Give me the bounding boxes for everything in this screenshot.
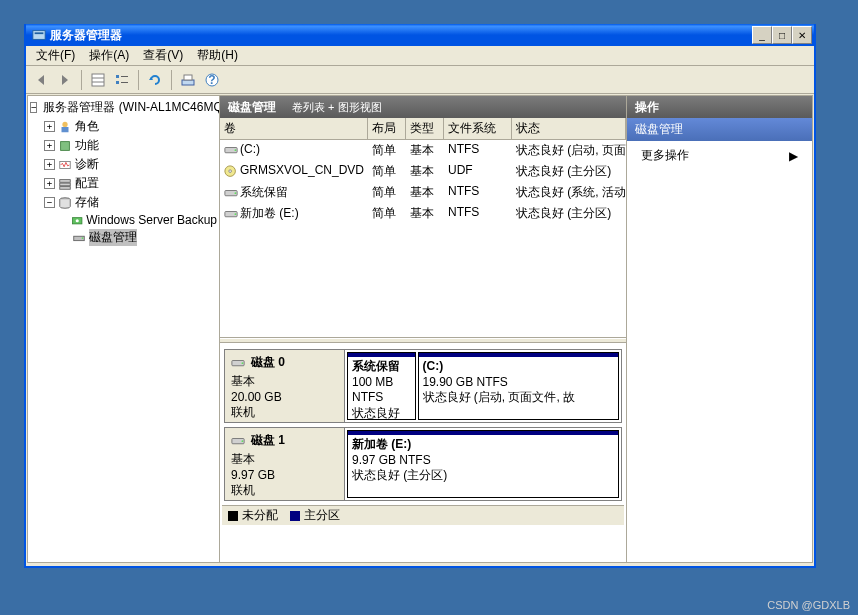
svg-point-38 — [242, 440, 244, 442]
separator — [81, 70, 82, 90]
volume-row[interactable]: GRMSXVOL_CN_DVD (D:)简单基本UDF状态良好 (主分区) — [220, 161, 626, 182]
col-fs[interactable]: 文件系统 — [444, 118, 512, 139]
toolbar-button-3[interactable] — [177, 69, 199, 91]
tree-storage[interactable]: − 存储 — [30, 193, 217, 212]
maximize-button[interactable]: □ — [772, 26, 792, 44]
help-button[interactable]: ? — [201, 69, 223, 91]
tree-diagnostics[interactable]: + 诊断 — [30, 155, 217, 174]
volume-row[interactable]: 新加卷 (E:)简单基本NTFS状态良好 (主分区) — [220, 203, 626, 224]
svg-rect-19 — [60, 179, 71, 182]
view-icon — [180, 72, 196, 88]
svg-point-32 — [235, 192, 237, 194]
partition[interactable]: 新加卷 (E:)9.97 GB NTFS状态良好 (主分区) — [347, 430, 619, 498]
app-icon — [32, 28, 46, 42]
features-icon — [58, 139, 72, 153]
detail-subtitle: 卷列表 + 图形视图 — [292, 100, 382, 115]
svg-rect-6 — [121, 76, 128, 77]
help-icon: ? — [204, 72, 220, 88]
svg-rect-11 — [184, 75, 192, 80]
col-layout[interactable]: 布局 — [368, 118, 406, 139]
sheet-icon — [90, 72, 106, 88]
refresh-icon — [147, 72, 163, 88]
tree-roles[interactable]: + 角色 — [30, 117, 217, 136]
menu-action[interactable]: 操作(A) — [83, 45, 135, 66]
storage-icon — [58, 196, 72, 210]
collapse-icon[interactable]: − — [44, 197, 55, 208]
legend-primary: 主分区 — [290, 507, 340, 524]
titlebar[interactable]: 服务器管理器 _ □ ✕ — [26, 24, 814, 46]
backup-icon — [71, 213, 83, 227]
nav-forward-button[interactable] — [54, 69, 76, 91]
svg-text:?: ? — [208, 73, 215, 87]
svg-rect-20 — [60, 183, 71, 186]
expand-icon[interactable]: + — [44, 159, 55, 170]
toolbar: ? — [26, 66, 814, 94]
svg-rect-0 — [33, 31, 45, 40]
hdd-icon — [231, 435, 245, 447]
expand-icon[interactable]: + — [44, 121, 55, 132]
dvd-icon — [224, 165, 238, 177]
col-status[interactable]: 状态 — [512, 118, 626, 139]
tree-diskmgmt[interactable]: 磁盘管理 — [30, 228, 217, 247]
svg-rect-8 — [121, 82, 128, 83]
window-title: 服务器管理器 — [50, 27, 752, 44]
refresh-button[interactable] — [144, 69, 166, 91]
navigation-tree[interactable]: − 服务器管理器 (WIN-AL1MC46MQS + 角色 + 功能 + 诊断 … — [28, 96, 220, 562]
collapse-icon[interactable]: − — [30, 102, 37, 113]
disk-info: 磁盘 1基本9.97 GB联机 — [225, 428, 345, 500]
tree-root[interactable]: − 服务器管理器 (WIN-AL1MC46MQS — [30, 98, 217, 117]
volume-list[interactable]: 卷 布局 类型 文件系统 状态 (C:)简单基本NTFS状态良好 (启动, 页面… — [220, 118, 626, 338]
svg-point-28 — [235, 149, 237, 151]
legend-unallocated: 未分配 — [228, 507, 278, 524]
menu-help[interactable]: 帮助(H) — [191, 45, 244, 66]
list-icon — [114, 72, 130, 88]
diag-icon — [58, 158, 72, 172]
menubar: 文件(F) 操作(A) 查看(V) 帮助(H) — [26, 46, 814, 66]
svg-rect-1 — [35, 32, 44, 34]
partition[interactable]: 系统保留100 MB NTFS状态良好 (系 — [347, 352, 416, 420]
disk-partitions: 系统保留100 MB NTFS状态良好 (系(C:)19.90 GB NTFS状… — [345, 350, 621, 422]
close-button[interactable]: ✕ — [792, 26, 812, 44]
main-window: 服务器管理器 _ □ ✕ 文件(F) 操作(A) 查看(V) 帮助(H) ? −… — [24, 24, 816, 568]
roles-icon — [58, 120, 72, 134]
svg-rect-17 — [61, 141, 70, 150]
partition[interactable]: (C:)19.90 GB NTFS状态良好 (启动, 页面文件, 故 — [418, 352, 620, 420]
detail-panel: 磁盘管理 卷列表 + 图形视图 卷 布局 类型 文件系统 状态 (C:)简单基本… — [220, 96, 626, 562]
svg-point-15 — [62, 121, 67, 126]
minimize-button[interactable]: _ — [752, 26, 772, 44]
hdd-icon — [224, 187, 238, 199]
expand-icon[interactable]: + — [44, 140, 55, 151]
disk-row[interactable]: 磁盘 0基本20.00 GB联机系统保留100 MB NTFS状态良好 (系(C… — [224, 349, 622, 423]
action-more[interactable]: 更多操作 ▶ — [627, 141, 812, 170]
detail-title: 磁盘管理 — [228, 99, 276, 116]
svg-point-24 — [75, 219, 78, 222]
svg-rect-7 — [116, 81, 119, 84]
menu-view[interactable]: 查看(V) — [137, 45, 189, 66]
toolbar-button-2[interactable] — [111, 69, 133, 91]
actions-header: 操作 — [627, 96, 812, 118]
disk-row[interactable]: 磁盘 1基本9.97 GB联机新加卷 (E:)9.97 GB NTFS状态良好 … — [224, 427, 622, 501]
tree-config[interactable]: + 配置 — [30, 174, 217, 193]
menu-file[interactable]: 文件(F) — [30, 45, 81, 66]
tree-features[interactable]: + 功能 — [30, 136, 217, 155]
actions-panel: 操作 磁盘管理 更多操作 ▶ — [626, 96, 812, 562]
svg-point-36 — [242, 362, 244, 364]
hdd-icon — [224, 208, 238, 220]
disk-partitions: 新加卷 (E:)9.97 GB NTFS状态良好 (主分区) — [345, 428, 621, 500]
expand-icon[interactable]: + — [44, 178, 55, 189]
hdd-icon — [231, 357, 245, 369]
svg-point-30 — [229, 170, 232, 173]
svg-rect-10 — [182, 80, 194, 85]
legend: 未分配 主分区 — [222, 505, 624, 525]
col-volume[interactable]: 卷 — [220, 118, 368, 139]
volume-list-header[interactable]: 卷 布局 类型 文件系统 状态 — [220, 118, 626, 140]
col-type[interactable]: 类型 — [406, 118, 444, 139]
nav-back-button[interactable] — [30, 69, 52, 91]
separator — [138, 70, 139, 90]
toolbar-button-1[interactable] — [87, 69, 109, 91]
actions-section: 磁盘管理 — [627, 118, 812, 141]
disk-graphical-view[interactable]: 磁盘 0基本20.00 GB联机系统保留100 MB NTFS状态良好 (系(C… — [220, 343, 626, 562]
volume-row[interactable]: 系统保留简单基本NTFS状态良好 (系统, 活动, 主 — [220, 182, 626, 203]
volume-row[interactable]: (C:)简单基本NTFS状态良好 (启动, 页面文件 — [220, 140, 626, 161]
tree-wsb[interactable]: Windows Server Backup — [30, 212, 217, 228]
